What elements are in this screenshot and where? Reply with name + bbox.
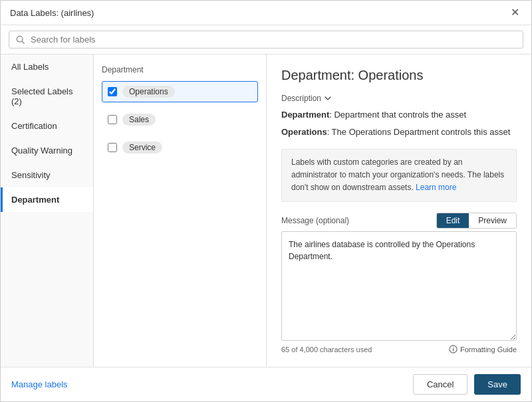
checkbox-sales[interactable] — [108, 115, 117, 124]
sidebar-item-certification[interactable]: Certification — [1, 114, 93, 138]
learn-more-link[interactable]: Learn more — [416, 183, 456, 192]
svg-line-1 — [22, 41, 24, 43]
dialog-title: Data Labels: (airlines) — [10, 8, 94, 18]
right-panel: Department: Operations Description Depar… — [267, 54, 531, 367]
checkbox-operations[interactable] — [108, 87, 117, 96]
manage-labels-link[interactable]: Manage labels — [11, 379, 68, 389]
checkbox-service[interactable] — [108, 143, 117, 152]
sidebar-item-all-labels[interactable]: All Labels — [1, 54, 93, 79]
search-icon — [16, 35, 25, 45]
close-button[interactable]: ✕ — [508, 6, 522, 19]
footer: Manage labels Cancel Save — [1, 367, 531, 401]
search-input[interactable] — [31, 35, 516, 45]
detail-title: Department: Operations — [281, 68, 517, 83]
desc-operations: Operations: The Operations Department co… — [281, 126, 517, 139]
tab-preview[interactable]: Preview — [469, 213, 516, 228]
message-label: Message (optional) — [281, 216, 349, 225]
label-item-operations[interactable]: Operations — [102, 81, 258, 102]
info-box: Labels with custom categories are create… — [281, 149, 517, 202]
chevron-down-icon — [324, 94, 332, 102]
message-section: Message (optional) Edit Preview The airl… — [281, 213, 517, 353]
label-item-sales[interactable]: Sales — [102, 109, 258, 130]
tab-edit[interactable]: Edit — [437, 213, 469, 228]
middle-panel: Department Operations Sales Service — [94, 54, 267, 367]
desc-department: Department: Department that controls the… — [281, 108, 517, 122]
tab-group: Edit Preview — [436, 213, 517, 229]
footer-buttons: Cancel Save — [413, 374, 521, 395]
label-tag-service: Service — [122, 142, 162, 153]
svg-point-4 — [453, 347, 454, 348]
sidebar-item-department[interactable]: Department — [1, 187, 93, 212]
chars-used: 65 of 4,000 characters used — [281, 346, 372, 353]
label-tag-operations: Operations — [122, 86, 175, 98]
message-textarea[interactable]: The airlines database is controlled by t… — [281, 231, 517, 341]
label-tag-sales: Sales — [122, 114, 156, 126]
save-button[interactable]: Save — [474, 374, 521, 395]
panel-title: Department — [102, 65, 258, 74]
description-toggle[interactable]: Description — [281, 94, 517, 103]
sidebar-item-quality-warning[interactable]: Quality Warning — [1, 138, 93, 163]
formatting-guide[interactable]: Formatting Guide — [449, 345, 517, 353]
label-item-service[interactable]: Service — [102, 137, 258, 158]
sidebar-item-selected-labels[interactable]: Selected Labels (2) — [1, 79, 93, 114]
sidebar-item-sensitivity[interactable]: Sensitivity — [1, 163, 93, 187]
info-icon — [449, 345, 458, 353]
sidebar: All Labels Selected Labels (2) Certifica… — [1, 54, 94, 367]
cancel-button[interactable]: Cancel — [413, 374, 467, 395]
search-bar — [1, 25, 531, 54]
